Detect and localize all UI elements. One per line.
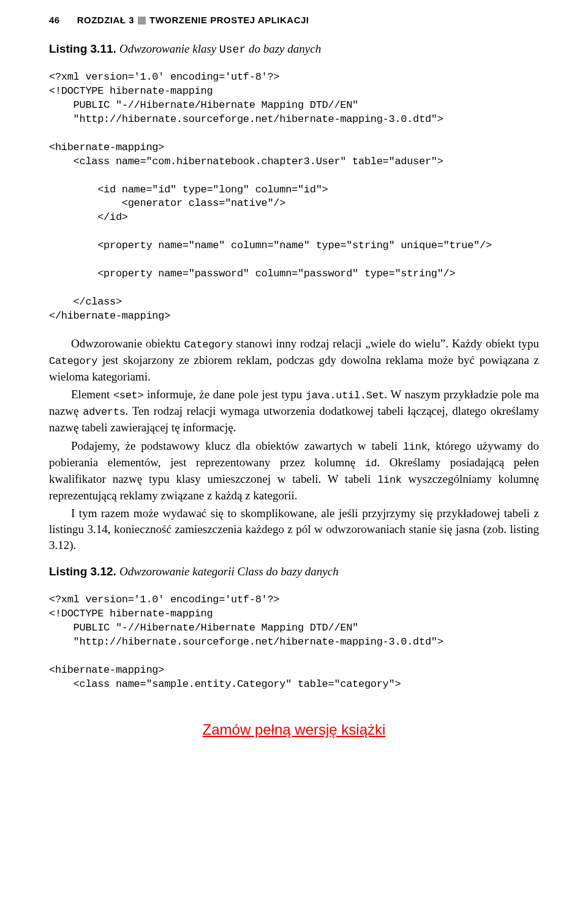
listing-label-312: Listing 3.12. <box>49 565 116 578</box>
p3-mono-3: link <box>377 474 402 486</box>
p2-mono-1: <set> <box>113 390 144 401</box>
page-header: 46 ROZDZIAŁ 3 TWORZENIE PROSTEJ APLIKACJ… <box>49 15 539 25</box>
order-full-version-link[interactable]: Zamów pełną wersję książki <box>203 721 386 738</box>
listing-caption-before: Odwzorowanie klasy <box>119 42 219 55</box>
listing-312-title: Listing 3.12. Odwzorowanie kategorii Cla… <box>49 565 539 578</box>
p1-mono-2: Category <box>49 355 97 367</box>
p1-text-c: jest skojarzony ze zbiorem reklam, podcz… <box>49 354 539 383</box>
page-number: 46 <box>49 15 60 25</box>
paragraph-1: Odwzorowanie obiektu Category stanowi in… <box>49 336 539 385</box>
paragraph-2: Element <set> informuje, że dane pole je… <box>49 387 539 436</box>
paragraph-3: Podajemy, że podstawowy klucz dla obiekt… <box>49 438 539 503</box>
p3-mono-2: id <box>365 458 377 469</box>
code-block-311: <?xml version='1.0' encoding='utf-8'?> <… <box>49 70 539 324</box>
p1-mono-1: Category <box>184 339 233 350</box>
listing-caption-after: do bazy danych <box>246 42 321 55</box>
listing-caption-312: Odwzorowanie kategorii Class do bazy dan… <box>119 565 339 578</box>
chapter-prefix: ROZDZIAŁ 3 <box>77 15 134 25</box>
listing-caption-mono: User <box>219 44 246 56</box>
p1-text-a: Odwzorowanie obiektu <box>71 337 184 350</box>
p3-mono-1: link <box>403 441 428 453</box>
chapter-title: TWORZENIE PROSTEJ APLIKACJI <box>149 15 309 25</box>
paragraph-4: I tym razem może wydawać się to skomplik… <box>49 506 539 553</box>
p2-mono-3: adverts <box>83 406 125 418</box>
p2-mono-2: java.util.Set <box>306 390 385 401</box>
footer-link-container: Zamów pełną wersję książki <box>49 721 539 738</box>
p2-text-b: informuje, że dane pole jest typu <box>143 388 305 401</box>
listing-label: Listing 3.11. <box>49 42 116 55</box>
square-separator-icon <box>138 17 146 25</box>
p3-text-a: Podajemy, że podstawowy klucz dla obiekt… <box>71 439 403 452</box>
p4-text: I tym razem może wydawać się to skomplik… <box>49 507 539 551</box>
p1-text-b: stanowi inny rodzaj relacji „wiele do wi… <box>233 337 539 350</box>
p2-text-a: Element <box>71 388 113 401</box>
code-block-312: <?xml version='1.0' encoding='utf-8'?> <… <box>49 593 539 692</box>
listing-311-title: Listing 3.11. Odwzorowanie klasy User do… <box>49 42 539 56</box>
document-page: 46 ROZDZIAŁ 3 TWORZENIE PROSTEJ APLIKACJ… <box>0 0 588 763</box>
